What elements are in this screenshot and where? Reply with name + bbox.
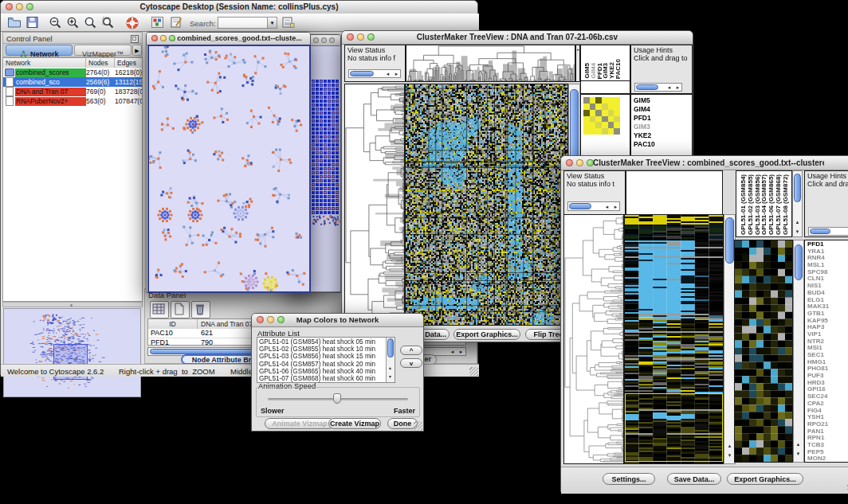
tv1-gene-label[interactable]: PAC10 — [634, 140, 655, 149]
resize-grip[interactable] — [414, 421, 422, 430]
scroll-right-icon[interactable]: ▸ — [393, 71, 400, 77]
tv1-row-dendrogram[interactable] — [344, 84, 405, 326]
tv2-hints-hscrollbar[interactable] — [808, 227, 848, 236]
open-file-icon[interactable] — [7, 16, 22, 30]
delete-attribute-button[interactable] — [191, 301, 210, 318]
tv2-heatmap-canvas[interactable] — [625, 215, 723, 463]
network-canvas-1[interactable] — [149, 46, 309, 291]
matrix-cell[interactable] — [590, 128, 596, 135]
matrix-cell[interactable] — [595, 104, 602, 110]
attribute-list-item[interactable]: GPL51-06 (GSM865) heat shock 40 min — [257, 368, 385, 375]
scrollbar-thumb[interactable] — [795, 244, 803, 280]
matrix-cell[interactable] — [595, 97, 602, 104]
tab-network[interactable]: Network — [6, 45, 73, 56]
id-col-header[interactable]: ID — [148, 319, 198, 329]
tv1-heatmap[interactable] — [405, 84, 568, 326]
close-button[interactable] — [347, 33, 354, 41]
save-icon[interactable] — [26, 16, 41, 30]
scroll-left-icon[interactable]: ◂ — [665, 84, 673, 91]
tv1-column-dendrogram[interactable] — [406, 45, 575, 82]
tv2-zoom-vscrollbar[interactable]: ▴ ▾ — [793, 240, 804, 463]
tv1-status-hscrollbar[interactable]: ◂ ▸ — [348, 69, 401, 78]
save-data-button[interactable]: Save Data... — [667, 473, 721, 485]
matrix-cell[interactable] — [583, 104, 590, 110]
edges-col-header[interactable]: Edges — [115, 58, 142, 68]
attribute-list-item[interactable]: GPL51-02 (GSM855) heat shock 10 min — [257, 346, 385, 353]
matrix-cell[interactable] — [602, 116, 608, 123]
speed-slider-thumb[interactable] — [333, 393, 341, 404]
matrix-cell[interactable] — [595, 110, 602, 116]
scroll-right-icon[interactable]: ▸ — [612, 204, 619, 210]
scroll-left-icon[interactable]: ◂ — [384, 71, 391, 77]
nodes-col-header[interactable]: Nodes — [86, 58, 115, 68]
table-mode-button[interactable] — [150, 301, 169, 318]
minimize-button[interactable] — [16, 3, 23, 10]
zoom-out-icon[interactable] — [49, 16, 64, 30]
matrix-cell[interactable] — [608, 110, 614, 116]
tv2-row-dendro-canvas[interactable] — [564, 215, 623, 463]
matrix-cell[interactable] — [614, 97, 620, 104]
scroll-down-icon[interactable]: ▾ — [726, 452, 733, 459]
overview-canvas[interactable] — [4, 309, 140, 397]
minimize-button[interactable] — [321, 37, 327, 43]
animate-vizmap-button[interactable]: Animate Vizmap — [265, 418, 335, 429]
matrix-cell[interactable] — [595, 116, 602, 123]
create-vizmap-button[interactable]: Create Vizmap — [328, 418, 381, 429]
matrix-cell[interactable] — [590, 104, 596, 110]
tv1-column-label[interactable]: PAC10 — [614, 59, 622, 79]
tv2-zoom-canvas[interactable] — [735, 240, 792, 462]
scroll-right-icon[interactable]: ▸ — [674, 84, 681, 91]
scroll-down-icon[interactable]: ▾ — [795, 451, 802, 457]
matrix-cell[interactable] — [608, 128, 614, 135]
tv2-column-label[interactable]: GPL51-07 (GSM868) — [775, 174, 782, 235]
matrix-cell[interactable] — [590, 97, 596, 104]
minimize-button[interactable] — [160, 35, 167, 41]
tv1-gene-label[interactable]: YKE2 — [634, 131, 655, 140]
matrix-cell[interactable] — [608, 97, 614, 104]
network-row[interactable]: combined_sco2569(6)13112(15) — [3, 77, 142, 87]
zoom-window-button[interactable] — [329, 37, 335, 43]
tv1-gene-label[interactable]: GIM4 — [634, 105, 655, 114]
network-row[interactable]: combined_scores2764(0)16218(0) — [3, 68, 142, 77]
tab-vizmapper[interactable]: VizMapper™ — [74, 45, 132, 56]
tv1-heatmap-canvas[interactable] — [406, 84, 567, 325]
close-button[interactable] — [313, 37, 319, 43]
network-overview-thumbnail[interactable] — [3, 308, 141, 397]
scroll-left-icon[interactable]: ◂ — [603, 204, 610, 210]
tv1-row-dendro-canvas[interactable] — [345, 84, 404, 325]
move-down-button[interactable]: v — [400, 358, 422, 368]
matrix-cell[interactable] — [602, 128, 608, 135]
close-button[interactable] — [6, 3, 13, 10]
tv1-gene-label[interactable]: GIM5 — [634, 96, 655, 105]
matrix-cell[interactable] — [614, 116, 620, 123]
search-dropdown-button[interactable]: ▾ — [267, 17, 277, 29]
scroll-right-icon[interactable]: ▸ — [457, 349, 465, 355]
resize-grip[interactable] — [469, 367, 478, 376]
matrix-cell[interactable] — [583, 116, 590, 123]
matrix-cell[interactable] — [614, 122, 620, 128]
annotation-icon[interactable] — [170, 16, 185, 30]
vizmapper-icon[interactable] — [151, 16, 166, 30]
network-col-header[interactable]: Network — [3, 58, 86, 68]
tv2-row-dendrogram[interactable] — [563, 214, 624, 464]
close-button[interactable] — [257, 316, 264, 323]
tv1-hints-hscrollbar[interactable]: ◂ ▸ — [634, 83, 682, 92]
matrix-cell[interactable] — [608, 122, 614, 128]
tab-overflow-button[interactable]: ▶ — [132, 45, 142, 56]
matrix-cell[interactable] — [590, 122, 596, 128]
close-button[interactable] — [151, 35, 158, 41]
search-input[interactable] — [218, 17, 269, 29]
attribute-list-item[interactable]: GPL51-03 (GSM856) heat shock 15 min — [257, 353, 385, 360]
tv2-labels-vscrollbar[interactable]: ▴ ▾ — [792, 170, 803, 237]
move-up-button[interactable]: ^ — [400, 346, 422, 355]
scroll-left-icon[interactable]: ◂ — [449, 349, 456, 355]
matrix-cell[interactable] — [602, 110, 608, 116]
minimize-button[interactable] — [576, 159, 583, 166]
tv1-similarity-matrix[interactable] — [583, 97, 620, 135]
matrix-cell[interactable] — [608, 116, 614, 123]
tv2-column-label[interactable]: GPL51-06 (GSM865) — [768, 174, 775, 235]
float-panel-icon[interactable] — [131, 35, 139, 43]
scrollbar-thumb[interactable] — [569, 203, 591, 209]
attribute-list-vscrollbar[interactable]: ▴ ▾ — [386, 338, 395, 382]
close-button[interactable] — [566, 159, 573, 166]
